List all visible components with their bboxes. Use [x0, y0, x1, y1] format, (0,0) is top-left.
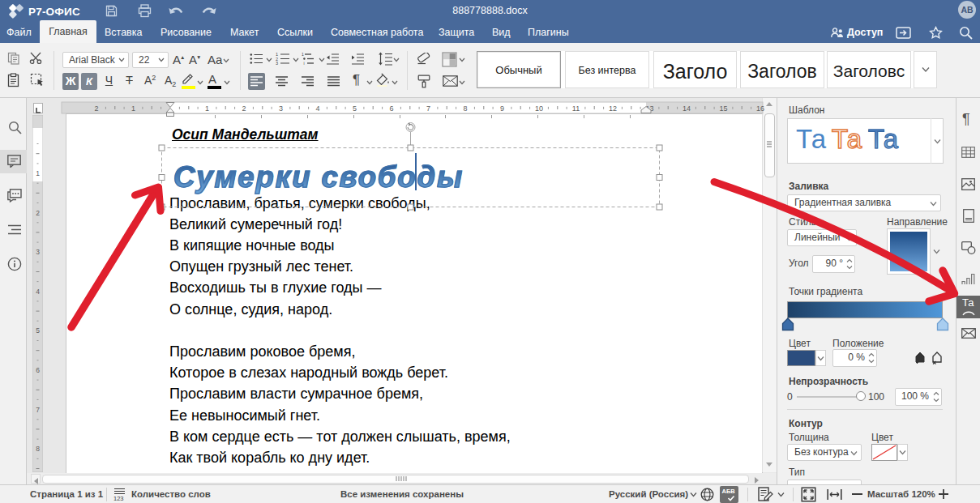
- svg-text:14: 14: [683, 104, 691, 113]
- svg-text:11: 11: [572, 104, 580, 113]
- svg-text:9: 9: [500, 104, 504, 113]
- svg-text:3: 3: [36, 248, 40, 256]
- svg-text:16: 16: [756, 104, 764, 113]
- svg-text:12: 12: [609, 104, 617, 113]
- svg-text:1: 1: [131, 104, 135, 113]
- svg-text:7: 7: [426, 104, 430, 113]
- svg-text:6: 6: [389, 104, 393, 113]
- svg-text:5: 5: [36, 326, 40, 335]
- svg-text:123: 123: [113, 495, 124, 501]
- svg-text:1: 1: [302, 52, 304, 57]
- svg-text:3: 3: [279, 104, 283, 113]
- svg-text:1: 1: [205, 104, 209, 113]
- svg-text:2: 2: [94, 104, 98, 113]
- svg-text:4: 4: [36, 288, 40, 296]
- svg-text:7: 7: [36, 406, 40, 414]
- svg-text:3: 3: [276, 61, 278, 65]
- svg-text:15: 15: [719, 104, 727, 113]
- svg-text:2: 2: [36, 209, 40, 217]
- svg-text:1: 1: [36, 169, 40, 177]
- svg-text:i: i: [303, 61, 304, 65]
- svg-text:6: 6: [36, 366, 40, 374]
- svg-text:8: 8: [36, 445, 40, 453]
- svg-text:5: 5: [353, 104, 357, 113]
- svg-text:4: 4: [315, 104, 319, 113]
- svg-text:2: 2: [242, 104, 246, 113]
- svg-text:8: 8: [463, 104, 467, 113]
- svg-text:10: 10: [535, 104, 543, 113]
